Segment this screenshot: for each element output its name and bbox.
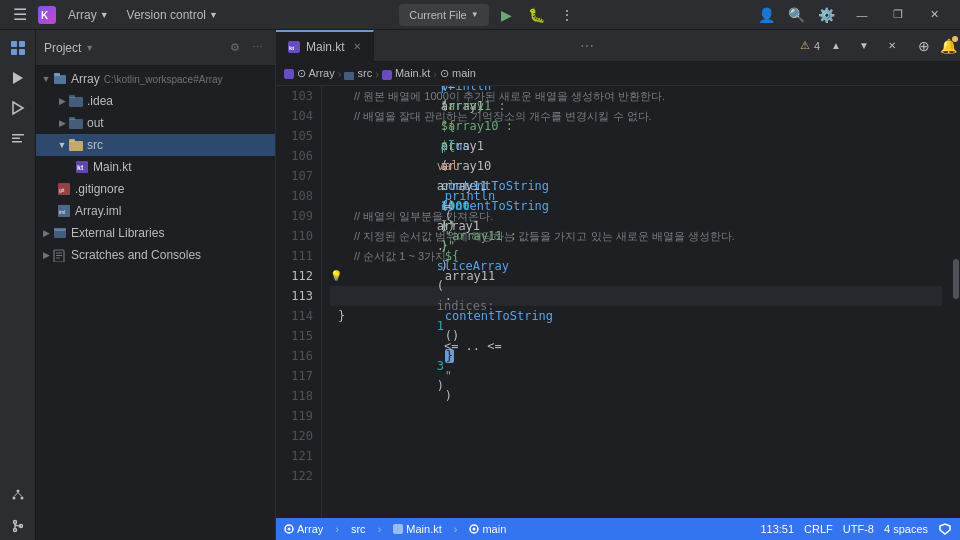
status-line-ending[interactable]: CRLF <box>804 522 833 536</box>
titlebar: ☰ K Array ▼ Version control ▼ Current Fi… <box>0 0 960 30</box>
hamburger-menu[interactable]: ☰ <box>8 3 32 27</box>
panel-header: Project ▼ ⚙ ⋯ <box>36 30 275 66</box>
status-main-label: main <box>482 523 506 535</box>
svg-rect-44 <box>382 70 392 80</box>
breadcrumb-array[interactable]: ⊙ Array <box>284 67 335 80</box>
close-button[interactable]: ✕ <box>916 0 952 30</box>
tab-bar: kt Main.kt ✕ ⋯ ⚠ 4 ▲ ▼ ✕ ⊕ 🔔 <box>276 30 960 62</box>
svg-rect-23 <box>69 95 75 98</box>
project-dropdown[interactable]: Array ▼ <box>62 3 115 27</box>
status-src[interactable]: src <box>351 523 366 535</box>
warning-icon: ⚠ <box>800 39 810 52</box>
activity-editor[interactable] <box>4 124 32 152</box>
warning-up-button[interactable]: ▲ <box>824 34 848 58</box>
tree-item-extlibs[interactable]: ▶ External Libraries <box>36 222 275 244</box>
activity-structure[interactable] <box>4 482 32 510</box>
code-line-122 <box>330 466 942 486</box>
arrow-icon: ▼ <box>40 73 52 85</box>
tree-item-scratches[interactable]: ▶ Scratches and Consoles <box>36 244 275 266</box>
project-panel: Project ▼ ⚙ ⋯ ▼ Array C:\kotlin_workspac… <box>36 30 276 540</box>
vcs-dropdown[interactable]: Version control ▼ <box>121 3 224 27</box>
more-run-options[interactable]: ⋮ <box>555 3 579 27</box>
project-name-label: Array <box>68 8 97 22</box>
activity-git[interactable] <box>4 512 32 540</box>
status-position[interactable]: 113:51 <box>760 522 794 536</box>
restore-button[interactable]: ❐ <box>880 0 916 30</box>
panel-more-button[interactable]: ⋯ <box>247 38 267 58</box>
activity-run[interactable] <box>4 64 32 92</box>
arrow-icon: ▶ <box>56 117 68 129</box>
code-line-121 <box>330 446 942 466</box>
notification-dot <box>952 36 958 42</box>
code-line-113: println ( "array11 : ${ array11 . conten… <box>330 286 942 306</box>
svg-rect-20 <box>54 75 66 84</box>
tab-more-button[interactable]: ⋯ <box>572 38 602 54</box>
panel-gear-button[interactable]: ⚙ <box>225 38 245 58</box>
profile-button[interactable]: 👤 <box>754 3 778 27</box>
arrow-icon: ▶ <box>56 95 68 107</box>
breadcrumb-mainkt[interactable]: Main.kt <box>382 67 431 79</box>
activity-project[interactable] <box>4 34 32 62</box>
tree-item-array-root[interactable]: ▼ Array C:\kotlin_workspace#Array <box>36 68 275 90</box>
run-config-button[interactable]: Current File ▼ <box>399 4 488 26</box>
svg-point-11 <box>16 490 19 493</box>
tab-close-button[interactable]: ✕ <box>353 41 361 52</box>
warning-count: 4 <box>814 40 820 52</box>
debug-button[interactable]: 🐛 <box>525 3 549 27</box>
tree-label-out: out <box>87 116 104 130</box>
tree-label-src: src <box>87 138 103 152</box>
status-vcs-icon[interactable] <box>938 522 952 536</box>
code-content[interactable]: // 원본 배열에 1000이 추가된 새로운 배열을 생성하여 반환한다. /… <box>322 86 950 518</box>
tab-label: Main.kt <box>306 40 345 54</box>
status-breadcrumb-array[interactable]: Array <box>284 523 323 535</box>
kt-file-icon: kt <box>74 159 90 175</box>
tree-label-extlibs: External Libraries <box>71 226 164 240</box>
tree-item-mainkt[interactable]: kt Main.kt <box>36 156 275 178</box>
svg-rect-4 <box>11 49 17 55</box>
tree-item-arrayiml[interactable]: iml Array.iml <box>36 200 275 222</box>
svg-point-46 <box>288 528 291 531</box>
line-numbers: 103 104 105 106 107 108 109 110 111 112 … <box>276 86 322 518</box>
encoding-label: UTF-8 <box>843 523 874 535</box>
status-main-fn[interactable]: main <box>469 523 506 535</box>
file-tree: ▼ Array C:\kotlin_workspace#Array ▶ .ide… <box>36 66 275 540</box>
close-warning-panel[interactable]: ✕ <box>880 34 904 58</box>
breadcrumb-src[interactable]: src <box>344 67 372 79</box>
iml-file-icon: iml <box>56 203 72 219</box>
minimize-button[interactable]: — <box>844 0 880 30</box>
folder-open-icon <box>68 137 84 153</box>
code-editor[interactable]: 103 104 105 106 107 108 109 110 111 112 … <box>276 86 960 518</box>
tree-label-scratches: Scratches and Consoles <box>71 248 201 262</box>
svg-rect-9 <box>12 138 20 140</box>
svg-marker-7 <box>13 102 23 114</box>
svg-rect-43 <box>344 72 354 80</box>
root-path: C:\kotlin_workspace#Array <box>104 74 223 85</box>
status-indent[interactable]: 4 spaces <box>884 522 928 536</box>
breadcrumb-main[interactable]: ⊙ main <box>440 67 476 80</box>
tree-item-out[interactable]: ▶ out <box>36 112 275 134</box>
tree-item-idea[interactable]: ▶ .idea <box>36 90 275 112</box>
app-logo: K <box>38 6 56 24</box>
svg-point-16 <box>13 521 16 524</box>
run-button[interactable]: ▶ <box>495 3 519 27</box>
svg-point-49 <box>473 528 476 531</box>
settings-button[interactable]: ⚙️ <box>814 3 838 27</box>
tab-mainkt[interactable]: kt Main.kt ✕ <box>276 30 374 62</box>
status-encoding[interactable]: UTF-8 <box>843 522 874 536</box>
activity-debug[interactable] <box>4 94 32 122</box>
status-mainkt[interactable]: Main.kt <box>393 523 441 535</box>
cursor-position: 113:51 <box>760 523 794 535</box>
editor-settings-button[interactable]: ⊕ <box>912 34 936 58</box>
tree-item-src[interactable]: ▼ src <box>36 134 275 156</box>
search-button[interactable]: 🔍 <box>784 3 808 27</box>
warning-down-button[interactable]: ▼ <box>852 34 876 58</box>
status-bar: Array › src › Main.kt › main 113:51 <box>276 518 960 540</box>
svg-rect-21 <box>54 73 60 76</box>
tree-item-gitignore[interactable]: git .gitignore <box>36 178 275 200</box>
folder-icon <box>68 115 84 131</box>
scrollbar-thumb[interactable] <box>953 259 959 299</box>
svg-rect-2 <box>11 41 17 47</box>
status-right-area: 113:51 CRLF UTF-8 4 spaces <box>760 522 952 536</box>
vertical-scrollbar[interactable] <box>950 86 960 518</box>
notifications-button[interactable]: 🔔 <box>936 34 960 58</box>
